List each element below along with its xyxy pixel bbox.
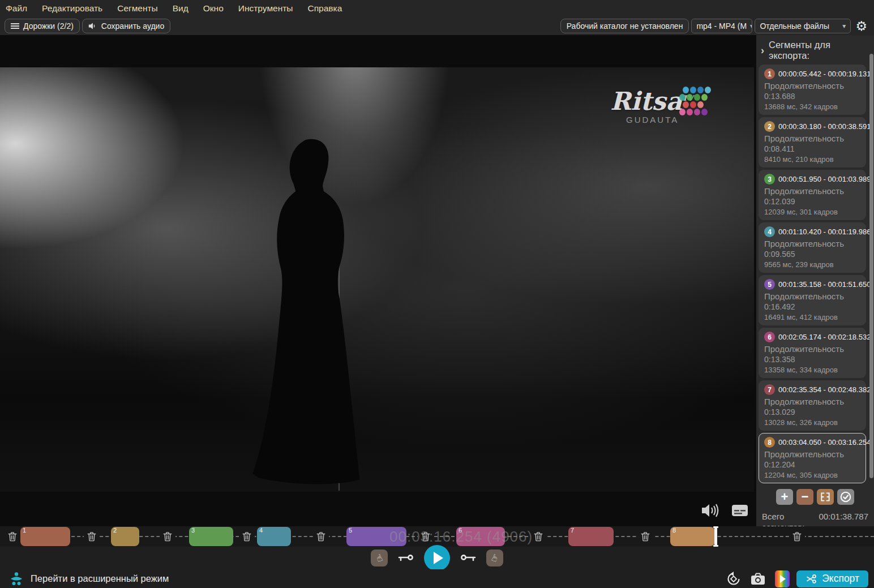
save-audio-button[interactable]: Сохранить аудио bbox=[82, 19, 170, 33]
segments-list: 1 00:00:05.442 - 00:00:19.131 Продолжите… bbox=[756, 65, 874, 483]
timeline-segment[interactable]: 4 bbox=[257, 527, 291, 546]
segments-header-label: Сегменты для экспорта: bbox=[769, 40, 869, 61]
segment-details: 13028 мс, 326 кадров bbox=[764, 418, 860, 427]
tracks-button[interactable]: Дорожки (2/2) bbox=[5, 19, 80, 33]
seek-next-keyframe-button[interactable] bbox=[460, 553, 476, 563]
output-mode-select[interactable]: Отдельные файлы ▾ bbox=[755, 19, 851, 33]
speaker-icon bbox=[88, 22, 97, 30]
segment-time-range: 00:02:35.354 - 00:02:48.382 bbox=[778, 385, 871, 394]
delete-segment-button[interactable] bbox=[313, 529, 329, 544]
segment-duration-label: Продолжительность bbox=[764, 397, 860, 406]
segment-number-badge: 5 bbox=[764, 279, 775, 290]
working-dir-button[interactable]: Рабочий каталог не установлен bbox=[560, 19, 689, 33]
set-cut-end-button[interactable]: ☝ bbox=[486, 550, 503, 566]
trash-icon bbox=[792, 531, 802, 542]
segment-card[interactable]: 4 00:01:10.420 - 00:01:19.986 Продолжите… bbox=[759, 222, 866, 273]
delete-segment-button[interactable] bbox=[160, 529, 175, 544]
segment-card[interactable]: 5 00:01:35.158 - 00:01:51.650 Продолжите… bbox=[759, 275, 866, 325]
advanced-mode-toggle[interactable]: Перейти в расширенный режим bbox=[5, 572, 169, 586]
segment-number-badge: 1 bbox=[764, 68, 775, 79]
segment-duration-value: 0:13.688 bbox=[764, 92, 860, 101]
segment-duration-label: Продолжительность bbox=[764, 134, 860, 143]
capture-frame-icon[interactable] bbox=[750, 572, 766, 586]
menu-item[interactable]: Редактировать bbox=[42, 3, 102, 14]
segment-details: 13358 мс, 334 кадров bbox=[764, 366, 860, 374]
remove-segment-button[interactable]: − bbox=[796, 489, 813, 505]
segment-duration-label: Продолжительность bbox=[764, 449, 860, 459]
segment-duration-value: 0:12.204 bbox=[764, 460, 860, 469]
trash-icon bbox=[162, 531, 173, 542]
delete-segment-button[interactable] bbox=[789, 529, 805, 544]
timeline-segment-number: 3 bbox=[191, 527, 195, 534]
playhead[interactable] bbox=[714, 526, 717, 547]
play-button[interactable] bbox=[424, 545, 450, 571]
segment-number-badge: 6 bbox=[764, 332, 775, 342]
trash-icon bbox=[533, 531, 543, 542]
chevron-right-icon[interactable]: › bbox=[761, 45, 764, 57]
segment-duration-label: Продолжительность bbox=[764, 81, 860, 91]
timeline-segment-number: 8 bbox=[672, 527, 676, 534]
menu-item[interactable]: Вид bbox=[173, 3, 188, 14]
delete-segment-button[interactable] bbox=[239, 529, 255, 544]
segment-card[interactable]: 2 00:00:30.180 - 00:00:38.591 Продолжите… bbox=[759, 117, 866, 168]
bottom-bar: Перейти в расширенный режим bbox=[0, 569, 874, 588]
toolbar: Дорожки (2/2) Сохранить аудио Рабочий ка… bbox=[0, 17, 874, 35]
seek-previous-keyframe-button[interactable] bbox=[398, 553, 414, 563]
check-circle-icon bbox=[839, 491, 852, 503]
timeline-segment[interactable]: 7 bbox=[568, 527, 614, 546]
timeline-segment[interactable]: 3 bbox=[189, 527, 233, 546]
timeline-segment[interactable]: 2 bbox=[111, 527, 139, 546]
export-button-label: Экспорт bbox=[822, 573, 859, 585]
set-cut-start-button[interactable]: ☝ bbox=[371, 550, 388, 566]
save-audio-label: Сохранить аудио bbox=[101, 22, 164, 31]
video-player[interactable]: RitsaTV GUDAUTA bbox=[0, 67, 754, 492]
play-icon bbox=[434, 552, 443, 564]
segment-duration-label: Продолжительность bbox=[764, 186, 860, 196]
segment-card[interactable]: 8 00:03:04.050 - 00:03:16.254 Продолжите… bbox=[759, 433, 866, 483]
segment-time-range: 00:01:10.420 - 00:01:19.986 bbox=[778, 228, 871, 236]
segment-card[interactable]: 3 00:00:51.950 - 00:01:03.989 Продолжите… bbox=[759, 170, 866, 220]
menu-item[interactable]: Файл bbox=[6, 3, 27, 14]
segment-duration-value: 0:09.565 bbox=[764, 250, 860, 259]
segment-number-badge: 3 bbox=[764, 174, 775, 184]
segment-details: 9565 мс, 239 кадров bbox=[764, 260, 860, 269]
timeline-segment[interactable]: 8 bbox=[670, 527, 715, 546]
output-mode-value: Отдельные файлы bbox=[760, 22, 829, 31]
trash-icon bbox=[316, 531, 326, 542]
timeline-segment-number: 4 bbox=[259, 527, 263, 534]
export-preview-button[interactable] bbox=[775, 570, 790, 587]
segment-card[interactable]: 6 00:02:05.174 - 00:02:18.532 Продолжите… bbox=[759, 328, 866, 378]
menu-item[interactable]: Сегменты bbox=[117, 3, 158, 14]
export-button[interactable]: Экспорт bbox=[796, 570, 868, 587]
sidebar-scrollbar[interactable] bbox=[869, 54, 873, 478]
invert-segments-button[interactable] bbox=[817, 489, 834, 505]
caret-down-icon: ▾ bbox=[750, 22, 752, 30]
menu-item[interactable]: Справка bbox=[307, 3, 342, 14]
delete-segment-button[interactable] bbox=[84, 529, 100, 544]
app-window: ФайлРедактироватьСегментыВидОкноИнструме… bbox=[0, 0, 874, 588]
segment-number-badge: 4 bbox=[764, 226, 775, 237]
tracks-button-label: Дорожки (2/2) bbox=[23, 22, 74, 31]
segment-details: 13688 мс, 342 кадров bbox=[764, 102, 860, 111]
menu-item[interactable]: Инструменты bbox=[238, 3, 293, 14]
volume-icon[interactable] bbox=[701, 503, 720, 518]
rotate-icon[interactable] bbox=[726, 572, 741, 586]
timeline-segment-number: 5 bbox=[349, 527, 352, 534]
trash-icon bbox=[7, 531, 18, 542]
add-segment-button[interactable]: + bbox=[776, 489, 793, 505]
segment-card[interactable]: 1 00:00:05.442 - 00:00:19.131 Продолжите… bbox=[759, 65, 866, 115]
delete-segment-button[interactable] bbox=[5, 529, 20, 544]
segment-details: 12039 мс, 301 кадров bbox=[764, 208, 860, 216]
delete-segment-button[interactable] bbox=[637, 529, 653, 544]
select-segments-button[interactable] bbox=[837, 489, 854, 505]
output-format-select[interactable]: mp4 - MP4 (M ▾ bbox=[691, 19, 752, 33]
timeline-segment[interactable]: 1 bbox=[20, 527, 70, 546]
gear-icon[interactable]: ⚙ bbox=[855, 20, 867, 33]
menu-item[interactable]: Окно bbox=[203, 3, 224, 14]
segment-duration-value: 0:13.029 bbox=[764, 407, 860, 417]
segment-details: 12204 мс, 305 кадров bbox=[764, 471, 860, 479]
segment-card[interactable]: 7 00:02:35.354 - 00:02:48.382 Продолжите… bbox=[759, 380, 866, 431]
subtitles-icon[interactable] bbox=[731, 504, 748, 517]
segment-actions: + − bbox=[756, 486, 874, 507]
timeline[interactable]: 1 2 3 4 5 6 7 8 00:03:16.254 (4906) bbox=[0, 526, 874, 547]
